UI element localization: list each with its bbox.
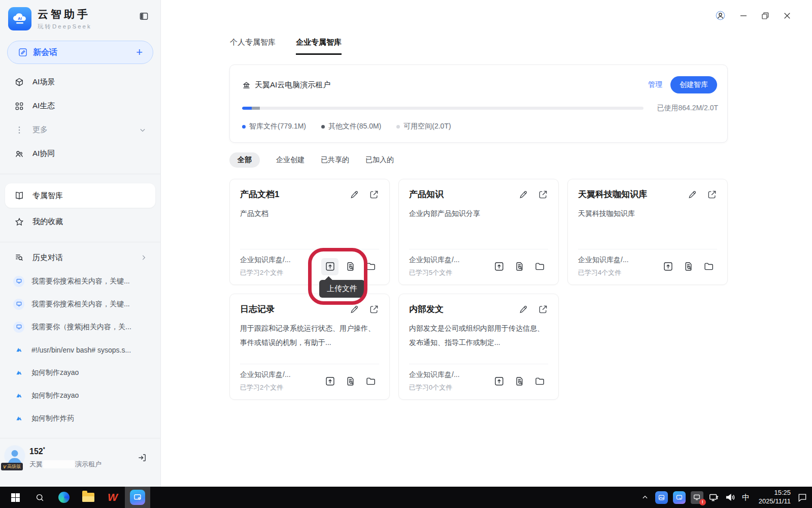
logout-icon[interactable] (137, 453, 147, 463)
open-external-icon[interactable] (707, 189, 717, 200)
folder-button[interactable] (362, 258, 379, 275)
open-external-icon[interactable] (369, 189, 379, 200)
new-chat-button[interactable]: 新会话 + (7, 41, 153, 64)
chevron-right-icon[interactable] (140, 254, 147, 261)
folder-button[interactable] (531, 373, 548, 390)
file-explorer-icon[interactable] (76, 487, 100, 508)
card-learned-count: 已学习4个文件 (578, 268, 629, 277)
edge-browser-icon[interactable] (52, 487, 76, 508)
history-item[interactable]: 如何制作炸药 (0, 407, 160, 430)
open-external-icon[interactable] (538, 189, 548, 200)
folder-button[interactable] (700, 258, 717, 275)
doc-search-button[interactable] (511, 373, 528, 390)
history-item[interactable]: 我需要你搜索相关内容，关键... (0, 293, 160, 315)
history-item[interactable]: 我需要你（搜紫j相关内容，关... (0, 315, 160, 338)
card-learned-count: 已学习2个文件 (240, 383, 291, 392)
edit-icon[interactable] (350, 304, 360, 314)
upload-file-button[interactable] (490, 373, 507, 390)
tab-enterprise-library[interactable]: 企业专属智库 (296, 38, 342, 55)
doc-search-button[interactable] (342, 258, 359, 275)
assistant-app-taskbar-icon[interactable] (125, 487, 150, 508)
filter-all[interactable]: 全部 (229, 152, 260, 168)
tray-app-photo-icon[interactable] (654, 487, 669, 508)
upload-file-button[interactable] (659, 258, 676, 275)
divider (0, 242, 160, 242)
book-icon (14, 190, 24, 201)
history-item-label: 如何制作zayao (31, 391, 79, 400)
edit-icon[interactable] (688, 189, 698, 200)
collapse-sidebar-icon[interactable] (139, 11, 149, 21)
edit-icon[interactable] (519, 189, 529, 200)
doc-search-button[interactable] (342, 373, 359, 390)
sidebar-item-label: 更多 (32, 125, 48, 135)
history-item[interactable]: 我需要你搜索相关内容，关键... (0, 270, 160, 293)
minimize-button[interactable] (739, 11, 748, 20)
new-chat-plus-icon[interactable]: + (136, 46, 143, 59)
filter-enterprise-created[interactable]: 企业创建 (276, 152, 304, 168)
tenant-building-icon (242, 81, 251, 89)
knowledge-card[interactable]: 天翼科技咖知识库 天翼科技咖知识库 企业知识库盘/... 已学习4个文件 (567, 179, 728, 285)
open-external-icon[interactable] (369, 304, 379, 314)
knowledge-card[interactable]: 内部发文 内部发文是公司或组织内部用于传达信息、发布通知、指导工作或制定... … (398, 294, 559, 400)
ime-indicator[interactable]: 中 (739, 487, 753, 508)
history-header[interactable]: 历史对话 (0, 245, 160, 270)
sidebar-item-ai-collab[interactable]: AI协同 (0, 142, 160, 166)
history-item[interactable]: 如何制作zayao (0, 384, 160, 407)
knowledge-card[interactable]: 产品知识 企业内部产品知识分享 企业知识库盘/... 已学习5个文件 (398, 179, 559, 285)
network-icon[interactable] (707, 487, 721, 508)
tray-app-assistant-icon[interactable] (671, 487, 687, 508)
taskbar-clock[interactable]: 15:25 2025/11/11 (759, 489, 791, 506)
volume-icon[interactable] (723, 487, 737, 508)
account-icon[interactable] (715, 10, 726, 21)
collaboration-icon (14, 149, 24, 159)
app-logo-icon: AI (8, 7, 31, 30)
tab-personal-library[interactable]: 个人专属智库 (230, 38, 276, 55)
user-area[interactable]: V 高级版 152* 天翼 演示租户 (0, 438, 160, 487)
close-button[interactable] (783, 11, 792, 20)
sidebar-item-library[interactable]: 专属智库 (5, 183, 155, 208)
tray-chevron-up-icon[interactable] (638, 487, 652, 508)
action-center-icon[interactable] (796, 487, 809, 508)
filter-shared[interactable]: 已共享的 (321, 152, 349, 168)
upload-file-button[interactable] (490, 258, 507, 275)
chevron-down-icon[interactable] (139, 126, 146, 134)
sidebar-item-ai-ecosystem[interactable]: AI生态 (0, 94, 160, 118)
sidebar-item-favorites[interactable]: 我的收藏 (0, 210, 160, 234)
history-item-label: 如何制作zayao (31, 368, 79, 377)
create-library-button[interactable]: 创建智库 (670, 76, 717, 93)
edit-icon[interactable] (519, 304, 529, 314)
card-path: 企业知识库盘/... (409, 256, 460, 265)
knowledge-card[interactable]: 日志记录 用于跟踪和记录系统运行状态、用户操作、事件或错误的机制，有助于... … (229, 294, 390, 400)
edit-icon[interactable] (350, 189, 360, 200)
card-description: 天翼科技咖知识库 (578, 206, 717, 220)
storage-card: 天翼AI云电脑演示租户 管理 创建智库 已使用864.2M/2.0T 智库文件(… (229, 65, 728, 143)
system-tray: ! 中 15:25 2025/11/11 (638, 487, 809, 508)
start-button[interactable] (3, 487, 27, 508)
history-item[interactable]: #!/usr/bin/env bash# sysops.s... (0, 338, 160, 361)
folder-button[interactable] (362, 373, 379, 390)
sidebar-item-more[interactable]: 更多 (0, 118, 160, 142)
wps-icon[interactable]: W (100, 487, 125, 508)
history-item-label: 我需要你搜索相关内容，关键... (31, 300, 130, 309)
knowledge-card[interactable]: 产品文档1 产品文档 企业知识库盘/... 已学习2个文件 (229, 179, 390, 285)
storage-progress-bar (242, 107, 644, 110)
open-external-icon[interactable] (538, 304, 548, 314)
filter-joined[interactable]: 已加入的 (365, 152, 394, 168)
doc-search-button[interactable] (511, 258, 528, 275)
history-item[interactable]: 如何制作zayao (0, 361, 160, 384)
doc-search-button[interactable] (680, 258, 697, 275)
taskbar-search-icon[interactable] (27, 487, 52, 508)
sidebar-item-label: AI场景 (32, 77, 55, 87)
tray-alert-icon[interactable]: ! (689, 487, 705, 508)
sidebar-item-label: 我的收藏 (32, 217, 63, 227)
history-search-icon (14, 252, 24, 263)
upload-file-button[interactable] (321, 258, 339, 275)
folder-button[interactable] (531, 258, 548, 275)
manage-link[interactable]: 管理 (648, 80, 662, 89)
user-tenant: 天翼 演示租户 (29, 460, 101, 469)
filter-chips: 全部 企业创建 已共享的 已加入的 (229, 152, 394, 168)
upload-file-button[interactable] (321, 373, 339, 390)
new-chat-icon (18, 47, 28, 57)
sidebar-item-ai-scenes[interactable]: AI场景 (0, 70, 160, 94)
restore-button[interactable] (761, 11, 770, 20)
